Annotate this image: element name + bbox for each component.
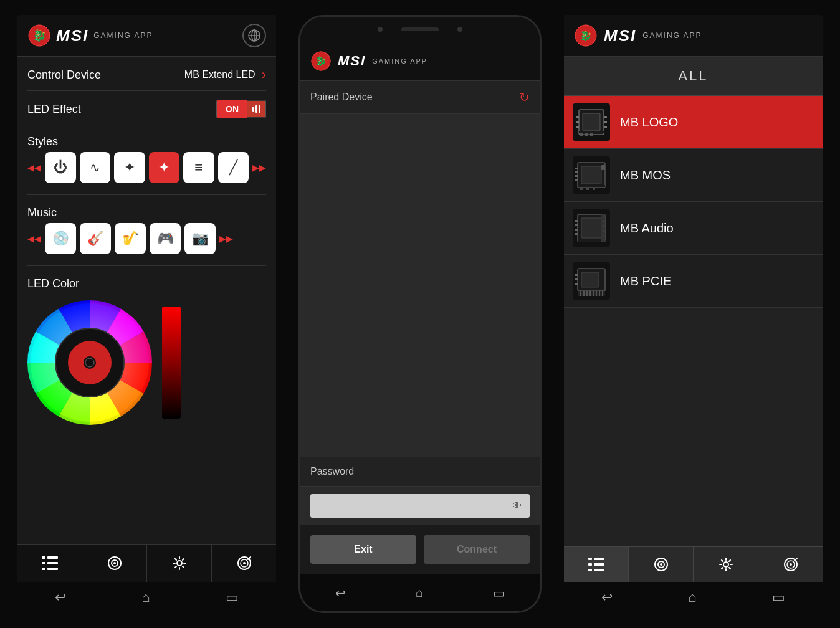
styles-prev-button[interactable]: ◀◀	[27, 163, 41, 173]
right-settings-icon	[718, 557, 733, 572]
right-tab-record-button[interactable]	[629, 547, 694, 582]
style-lines-button[interactable]: ≡	[183, 152, 214, 183]
phone-home-icon[interactable]: ⌂	[416, 586, 423, 600]
phone-recents-icon[interactable]: ▭	[493, 586, 505, 601]
svg-rect-68	[580, 291, 581, 296]
svg-rect-47	[575, 179, 578, 181]
chevron-right-icon[interactable]: ›	[262, 67, 266, 83]
device-item-mb-logo[interactable]: MB LOGO	[564, 96, 823, 149]
mb-mos-chip-icon	[574, 158, 609, 193]
home-nav-icon[interactable]: ⌂	[141, 589, 150, 606]
style-slash-button[interactable]: ╱	[218, 152, 249, 183]
music-video-button[interactable]: 📷	[184, 223, 216, 254]
color-wheel[interactable]	[27, 300, 152, 425]
recents-nav-icon[interactable]: ▭	[226, 589, 239, 606]
left-content: Control Device MB Extend LED › LED Effec…	[17, 57, 276, 544]
right-home-icon[interactable]: ⌂	[688, 589, 696, 606]
svg-rect-59	[601, 214, 605, 242]
mb-mos-icon	[573, 156, 610, 194]
styles-next-button[interactable]: ▶▶	[252, 163, 266, 173]
back-nav-icon[interactable]: ↩	[55, 589, 66, 606]
right-tab-vinyl-button[interactable]	[758, 547, 823, 582]
phone-inner: 🐉 MSI GAMING APP Paired Device ↻ Passwor…	[300, 42, 540, 574]
svg-rect-78	[588, 563, 592, 566]
svg-rect-50	[580, 187, 583, 190]
music-prev-button[interactable]: ◀◀	[27, 234, 41, 244]
left-tab-record-button[interactable]	[82, 545, 147, 582]
music-sax-button[interactable]: 🎷	[115, 223, 146, 254]
exit-button[interactable]: Exit	[310, 535, 416, 564]
left-tab-list-button[interactable]	[17, 545, 82, 582]
right-back-icon[interactable]: ↩	[601, 589, 613, 606]
divider-2	[27, 265, 266, 266]
left-tab-vinyl-button[interactable]	[212, 545, 276, 582]
phone-back-icon[interactable]: ↩	[335, 586, 346, 601]
svg-rect-58	[575, 233, 578, 235]
left-footer-tabs	[17, 544, 276, 582]
svg-rect-67	[578, 291, 605, 296]
paired-device-section: Paired Device ↻	[300, 81, 540, 457]
device-item-mb-audio[interactable]: MB Audio	[564, 202, 823, 255]
eye-icon[interactable]: 👁	[512, 500, 522, 511]
color-wheel-container	[27, 300, 266, 425]
paired-device-label: Paired Device	[310, 92, 373, 103]
refresh-icon[interactable]: ↻	[519, 90, 530, 105]
svg-rect-57	[575, 229, 578, 231]
svg-rect-18	[47, 568, 58, 570]
music-cd-button[interactable]: 💿	[45, 223, 76, 254]
right-gaming-text: GAMING APP	[642, 31, 702, 40]
svg-text:🐉: 🐉	[580, 30, 592, 42]
left-tab-settings-button[interactable]	[147, 545, 212, 582]
svg-rect-72	[593, 291, 594, 296]
svg-point-88	[790, 563, 792, 566]
music-guitar-button[interactable]: 🎸	[80, 223, 111, 254]
speaker-bar	[401, 27, 439, 31]
music-label: Music	[27, 206, 266, 219]
video-icon: 📷	[192, 231, 209, 247]
svg-point-12	[85, 358, 94, 367]
device-item-mb-pcie[interactable]: MB PCIE	[564, 255, 823, 308]
svg-rect-63	[581, 272, 599, 287]
music-next-button[interactable]: ▶▶	[219, 234, 233, 244]
style-star-button[interactable]: ✦	[149, 152, 180, 183]
right-recents-icon[interactable]: ▭	[772, 589, 785, 606]
style-power-button[interactable]: ⏻	[45, 152, 76, 183]
svg-rect-64	[575, 274, 578, 276]
phone-dragon-icon: 🐉	[310, 50, 332, 72]
svg-rect-31	[583, 113, 600, 131]
music-game-button[interactable]: 🎮	[150, 223, 181, 254]
power-icon: ⏻	[54, 159, 67, 176]
language-button[interactable]	[242, 24, 266, 47]
gamepad-icon: 🎮	[157, 231, 174, 247]
right-nav-bar: ↩ ⌂ ▭	[564, 582, 823, 613]
svg-rect-54	[581, 218, 601, 238]
right-tab-list-button[interactable]	[564, 547, 629, 582]
svg-rect-36	[604, 121, 607, 123]
svg-rect-77	[594, 558, 604, 560]
device-list: MB LOGO	[564, 96, 823, 546]
vinyl-icon	[237, 556, 252, 571]
mb-pcie-icon	[573, 262, 610, 300]
color-brightness-slider[interactable]	[162, 307, 181, 419]
lines-icon: ≡	[194, 159, 203, 176]
mb-pcie-chip-icon	[574, 264, 609, 298]
svg-rect-65	[575, 278, 578, 280]
right-tab-settings-button[interactable]	[694, 547, 758, 582]
msi-brand-text: MSI	[56, 26, 88, 45]
svg-rect-41	[590, 133, 593, 136]
connect-button[interactable]: Connect	[424, 535, 530, 564]
all-section-header: ALL	[564, 57, 823, 96]
control-device-row: Control Device MB Extend LED ›	[27, 67, 266, 91]
led-effect-toggle[interactable]: ON	[216, 100, 266, 118]
svg-rect-48	[601, 165, 605, 170]
svg-point-25	[243, 562, 246, 564]
password-field[interactable]	[318, 501, 512, 511]
music-row: ◀◀ 💿 🎸 🎷 🎮	[27, 223, 266, 254]
phone-msi-text: MSI	[338, 53, 366, 69]
style-wave-button[interactable]: ∿	[80, 152, 111, 183]
device-item-mb-mos[interactable]: MB MOS	[564, 149, 823, 202]
style-sparkle-button[interactable]: ✦	[114, 152, 145, 183]
phone-nav-bar: ↩ ⌂ ▭	[300, 574, 540, 611]
gaming-app-text: GAMING APP	[93, 31, 153, 40]
styles-section: Styles ◀◀ ⏻ ∿ ✦	[27, 135, 266, 183]
